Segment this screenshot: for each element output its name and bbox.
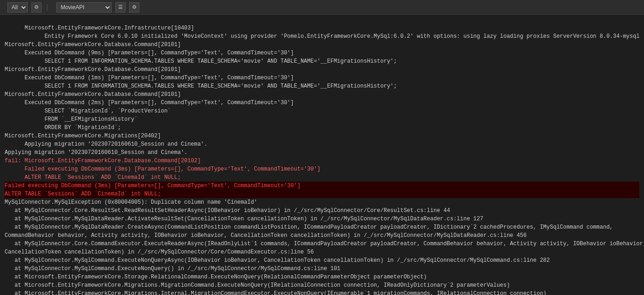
console-output: Microsoft.EntityFrameworkCore.Infrastruc… [0, 15, 644, 295]
console-line: Failed executing DbCommand (3ms) [Parame… [5, 165, 639, 173]
filter-icon-button[interactable]: ⚙ [31, 2, 42, 12]
console-line: CommandBehavior behavior, Activity activ… [5, 231, 639, 240]
console-line: ORDER BY `MigrationId`; [5, 124, 639, 132]
separator: | [45, 4, 49, 11]
project-select[interactable]: MovieAPI [56, 2, 112, 12]
console-line: Entity Framework Core 6.0.10 initialized… [5, 32, 639, 41]
console-line: at MySqlConnector.MySqlDataReader.Create… [5, 223, 639, 231]
console-line: at MySqlConnector.Core.ResultSet.ReadRes… [5, 206, 639, 215]
console-line: at Microsoft.EntityFrameworkCore.Migrati… [5, 281, 639, 289]
console-line: at Microsoft.EntityFrameworkCore.Storage… [5, 273, 639, 281]
console-line: Executed DbCommand (1ms) [Parameters=[],… [5, 74, 639, 82]
console-line: CancellationToken cancellationToken) in … [5, 248, 639, 256]
console-line: Applying migration '20230720160610_Sessi… [5, 140, 639, 148]
console-line: Applying migration '20230720160610_Sessi… [5, 148, 639, 157]
console-line: Microsoft.EntityFrameworkCore.Database.C… [5, 65, 639, 74]
console-line: SELECT 1 FROM INFORMATION_SCHEMA.TABLES … [5, 82, 639, 90]
console-line: MySqlConnector.MySqlException (0x8000400… [5, 198, 639, 206]
console-line: Microsoft.EntityFrameworkCore.Migrations… [5, 132, 639, 140]
console-line: at MySqlConnector.MySqlCommand.ExecuteNo… [5, 256, 639, 265]
source-select[interactable]: All [7, 2, 28, 12]
console-line: SELECT 1 FROM INFORMATION_SCHEMA.TABLES … [5, 57, 639, 65]
console-line: at MySqlConnector.Core.CommandExecutor.E… [5, 240, 639, 248]
console-line: Executed DbCommand (9ms) [Parameters=[],… [5, 49, 639, 57]
console-line: at MySqlConnector.MySqlCommand.ExecuteNo… [5, 265, 639, 273]
console-line: Microsoft.EntityFrameworkCore.Infrastruc… [5, 24, 639, 32]
console-line: Failed executing DbCommand (3ms) [Parame… [5, 182, 639, 190]
console-line: SELECT `MigrationId`, `ProductVersion` [5, 107, 639, 115]
console-line: fail: Microsoft.EntityFrameworkCore.Data… [5, 157, 639, 165]
console-line: at Microsoft.EntityFrameworkCore.Migrati… [5, 289, 639, 295]
console-line: ALTER TABLE `Sessions` ADD `CinemaId` in… [5, 173, 639, 182]
console-line: Microsoft.EntityFrameworkCore.Database.C… [5, 90, 639, 99]
console-line: Microsoft.EntityFrameworkCore.Database.C… [5, 41, 639, 49]
console-line: at MySqlConnector.MySqlDataReader.Activa… [5, 215, 639, 223]
console-line: ALTER TABLE `Sessions` ADD `CinemaId` in… [5, 190, 639, 198]
console-line: Executed DbCommand (2ms) [Parameters=[],… [5, 99, 639, 107]
settings-icon-button[interactable]: ⚙ [129, 2, 139, 12]
grid-icon-button[interactable]: ☰ [115, 2, 126, 12]
toolbar: All ⚙ | MovieAPI ☰ ⚙ [0, 0, 644, 15]
console-line: FROM `__EFMigrationsHistory` [5, 115, 639, 124]
